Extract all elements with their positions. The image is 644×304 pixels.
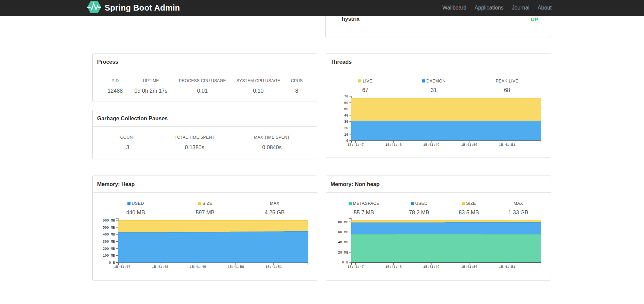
svg-text:15:41:49: 15:41:49 [423,265,440,269]
svg-text:200 MB: 200 MB [103,247,115,251]
svg-text:15:41:50: 15:41:50 [461,265,477,269]
svg-text:15:41:47: 15:41:47 [114,265,131,269]
svg-text:15:41:47: 15:41:47 [348,265,364,269]
svg-text:15:41:47: 15:41:47 [348,143,364,147]
svg-text:100 MB: 100 MB [103,254,115,258]
svg-text:15:41:51: 15:41:51 [499,265,515,269]
svg-text:15:41:48: 15:41:48 [385,143,402,147]
svg-text:15:41:49: 15:41:49 [423,143,440,147]
svg-text:15:41:51: 15:41:51 [499,143,515,147]
svg-text:300 MB: 300 MB [103,240,115,244]
svg-text:500 MB: 500 MB [103,226,115,230]
svg-text:0 B: 0 B [109,261,115,265]
svg-text:40 MB: 40 MB [338,241,348,244]
svg-text:70: 70 [344,95,348,98]
svg-text:60 MB: 60 MB [338,230,348,234]
svg-text:10: 10 [344,133,348,137]
svg-text:0: 0 [346,139,348,143]
svg-text:0 B: 0 B [342,261,348,264]
svg-text:30: 30 [344,120,348,124]
svg-text:15:41:50: 15:41:50 [461,143,477,147]
svg-text:15:41:51: 15:41:51 [265,265,282,269]
svg-text:40: 40 [344,114,348,118]
svg-text:15:41:48: 15:41:48 [152,265,168,269]
svg-text:15:41:49: 15:41:49 [190,265,206,269]
svg-text:15:41:50: 15:41:50 [228,265,244,269]
svg-text:15:41:48: 15:41:48 [385,265,402,269]
svg-text:60: 60 [344,101,348,105]
svg-text:20 MB: 20 MB [338,251,348,255]
svg-text:20: 20 [344,126,348,130]
svg-text:400 MB: 400 MB [103,233,115,237]
svg-text:80 MB: 80 MB [338,221,348,224]
svg-text:600 MB: 600 MB [103,219,115,223]
svg-text:50: 50 [344,107,348,111]
